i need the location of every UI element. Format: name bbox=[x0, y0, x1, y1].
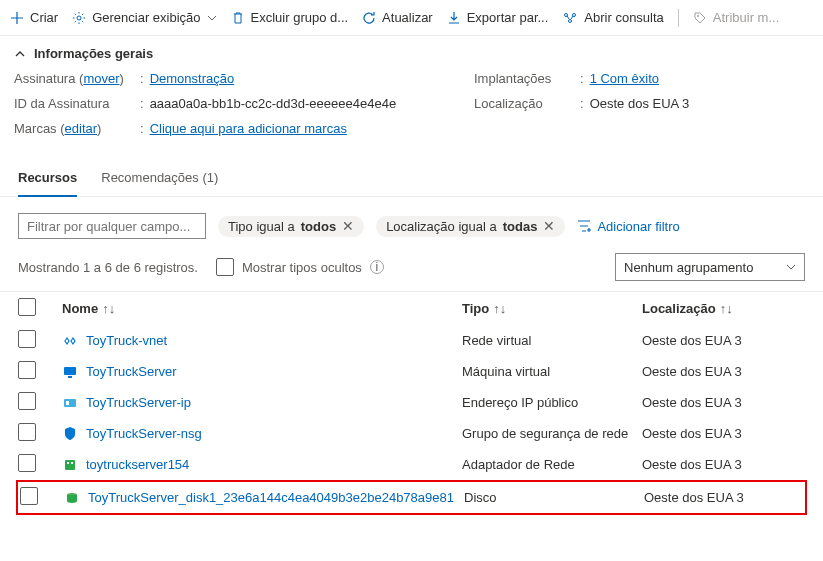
assign-button: Atribuir m... bbox=[693, 10, 779, 25]
delete-group-button[interactable]: Excluir grupo d... bbox=[231, 10, 349, 25]
sort-icon: ↑↓ bbox=[720, 301, 733, 316]
table-row: ToyTruck-vnet Rede virtual Oeste dos EUA… bbox=[0, 325, 823, 356]
resource-location: Oeste dos EUA 3 bbox=[642, 395, 822, 410]
tab-recommendations[interactable]: Recomendações (1) bbox=[101, 162, 218, 196]
resource-table: Nome ↑↓ Tipo ↑↓ Localização ↑↓ ToyTruck-… bbox=[0, 291, 823, 515]
overview-title: Informações gerais bbox=[34, 46, 153, 61]
deployments-link[interactable]: 1 Com êxito bbox=[590, 71, 659, 86]
assign-label: Atribuir m... bbox=[713, 10, 779, 25]
subscription-label-pre: Assinatura ( bbox=[14, 71, 83, 86]
refresh-label: Atualizar bbox=[382, 10, 433, 25]
row-checkbox[interactable] bbox=[18, 423, 36, 441]
show-hidden-checkbox[interactable] bbox=[216, 258, 234, 276]
close-icon[interactable]: ✕ bbox=[543, 219, 555, 233]
subscription-link[interactable]: Demonstração bbox=[150, 71, 235, 86]
sort-icon: ↑↓ bbox=[493, 301, 506, 316]
resource-link[interactable]: ToyTruckServer-nsg bbox=[86, 426, 202, 441]
svg-point-3 bbox=[569, 19, 572, 22]
row-checkbox[interactable] bbox=[18, 392, 36, 410]
filter-input[interactable] bbox=[18, 213, 206, 239]
sub-id-label: ID da Assinatura bbox=[14, 96, 134, 111]
refresh-icon bbox=[362, 11, 376, 25]
overview-grid: Assinatura (mover) :Demonstração Implant… bbox=[0, 67, 823, 152]
filters-bar: Tipo igual a todos ✕ Localização igual a… bbox=[0, 197, 823, 249]
edit-tags-link[interactable]: editar bbox=[65, 121, 98, 136]
type-filter-val: todos bbox=[301, 219, 336, 234]
resource-type: Rede virtual bbox=[462, 333, 642, 348]
type-filter-pill[interactable]: Tipo igual a todos ✕ bbox=[218, 216, 364, 237]
type-filter-pre: Tipo igual a bbox=[228, 219, 295, 234]
export-button[interactable]: Exportar par... bbox=[447, 10, 549, 25]
tag-icon bbox=[693, 11, 707, 25]
disk-icon bbox=[64, 490, 80, 506]
add-filter-button[interactable]: Adicionar filtro bbox=[577, 219, 679, 234]
resource-link[interactable]: ToyTruckServer-ip bbox=[86, 395, 191, 410]
info-icon[interactable]: i bbox=[370, 260, 384, 274]
table-row: ToyTruckServer_disk1_23e6a144c4ea4049b3e… bbox=[18, 482, 805, 513]
sub-id-value-cell: :aaaa0a0a-bb1b-cc2c-dd3d-eeeeee4e4e4e bbox=[134, 96, 474, 111]
col-location[interactable]: Localização ↑↓ bbox=[642, 301, 822, 316]
resource-link[interactable]: toytruckserver154 bbox=[86, 457, 189, 472]
col-location-label: Localização bbox=[642, 301, 716, 316]
row-checkbox[interactable] bbox=[20, 487, 38, 505]
resource-type: Máquina virtual bbox=[462, 364, 642, 379]
filter-add-icon bbox=[577, 219, 591, 233]
svg-rect-11 bbox=[71, 462, 73, 464]
deployments-label: Implantações bbox=[474, 71, 574, 86]
table-row: toytruckserver154 Adaptador de Rede Oest… bbox=[0, 449, 823, 480]
vm-icon bbox=[62, 364, 78, 380]
svg-rect-9 bbox=[65, 460, 75, 470]
row-checkbox[interactable] bbox=[18, 361, 36, 379]
open-query-button[interactable]: Abrir consulta bbox=[562, 10, 663, 25]
show-hidden-label: Mostrar tipos ocultos bbox=[242, 260, 362, 275]
overview-toggle[interactable]: Informações gerais bbox=[0, 36, 823, 67]
row-checkbox[interactable] bbox=[18, 454, 36, 472]
select-all-checkbox[interactable] bbox=[18, 298, 36, 316]
query-icon bbox=[562, 11, 578, 25]
export-label: Exportar par... bbox=[467, 10, 549, 25]
trash-icon bbox=[231, 11, 245, 25]
resource-location: Oeste dos EUA 3 bbox=[642, 333, 822, 348]
col-name-label: Nome bbox=[62, 301, 98, 316]
chevron-down-icon bbox=[786, 262, 796, 272]
subscription-value-cell: :Demonstração bbox=[134, 71, 474, 86]
grouping-dropdown[interactable]: Nenhum agrupamento bbox=[615, 253, 805, 281]
resource-location: Oeste dos EUA 3 bbox=[642, 426, 822, 441]
resource-location: Oeste dos EUA 3 bbox=[642, 457, 822, 472]
subscription-label: Assinatura (mover) bbox=[14, 71, 134, 86]
tags-label: Marcas (editar) bbox=[14, 121, 134, 136]
resource-type: Disco bbox=[464, 490, 644, 505]
nsg-icon bbox=[62, 426, 78, 442]
col-name[interactable]: Nome ↑↓ bbox=[62, 301, 462, 316]
tags-label-pre: Marcas ( bbox=[14, 121, 65, 136]
resource-link[interactable]: ToyTruck-vnet bbox=[86, 333, 167, 348]
resource-link[interactable]: ToyTruckServer bbox=[86, 364, 177, 379]
row-checkbox[interactable] bbox=[18, 330, 36, 348]
location-filter-pill[interactable]: Localização igual a todas ✕ bbox=[376, 216, 565, 237]
download-icon bbox=[447, 11, 461, 25]
col-type[interactable]: Tipo ↑↓ bbox=[462, 301, 642, 316]
close-icon[interactable]: ✕ bbox=[342, 219, 354, 233]
table-row: ToyTruckServer-ip Endereço IP público Oe… bbox=[0, 387, 823, 418]
svg-rect-6 bbox=[68, 376, 72, 378]
sort-icon: ↑↓ bbox=[102, 301, 115, 316]
manage-view-button[interactable]: Gerenciar exibição bbox=[72, 10, 216, 25]
svg-point-4 bbox=[697, 15, 699, 17]
command-bar: Criar Gerenciar exibição Excluir grupo d… bbox=[0, 0, 823, 36]
refresh-button[interactable]: Atualizar bbox=[362, 10, 433, 25]
tab-resources[interactable]: Recursos bbox=[18, 162, 77, 197]
grouping-value: Nenhum agrupamento bbox=[624, 260, 753, 275]
vnet-icon bbox=[62, 333, 78, 349]
table-row: ToyTruckServer Máquina virtual Oeste dos… bbox=[0, 356, 823, 387]
col-type-label: Tipo bbox=[462, 301, 489, 316]
delete-group-label: Excluir grupo d... bbox=[251, 10, 349, 25]
divider bbox=[678, 9, 679, 27]
resource-location: Oeste dos EUA 3 bbox=[642, 364, 822, 379]
create-button[interactable]: Criar bbox=[10, 10, 58, 25]
add-tags-link[interactable]: Clique aqui para adicionar marcas bbox=[150, 121, 347, 136]
list-controls: Mostrando 1 a 6 de 6 registros. Mostrar … bbox=[0, 249, 823, 291]
move-link[interactable]: mover bbox=[83, 71, 119, 86]
loc-filter-pre: Localização igual a bbox=[386, 219, 497, 234]
resource-link[interactable]: ToyTruckServer_disk1_23e6a144c4ea4049b3e… bbox=[88, 490, 454, 505]
record-count: Mostrando 1 a 6 de 6 registros. bbox=[18, 260, 198, 275]
